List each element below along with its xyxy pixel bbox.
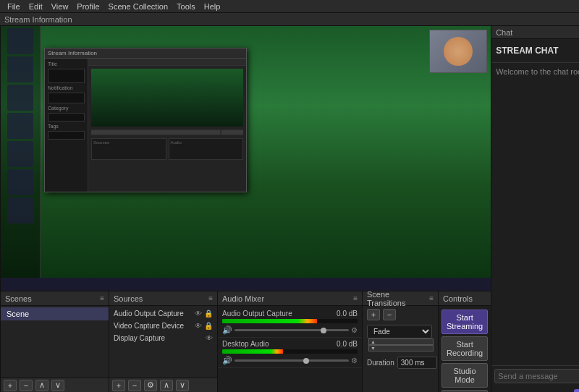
source-item-display[interactable]: Display Capture 👁 [109,332,217,344]
mixer-collapse-icon[interactable]: ≡ [353,294,358,302]
mixer-ch1-settings-icon[interactable]: ⚙ [351,326,358,334]
menu-file[interactable]: File [3,0,25,13]
preview-screen: Stream Information Title Notification Ca… [1,26,491,291]
mixer-ch1-level [222,319,358,323]
controls-content: Start Streaming Start Recording Studio M… [439,306,491,392]
mixer-ch1-header: Audio Output Capture 0.0 dB [222,310,358,318]
sources-panel-header: Sources ≡ [109,291,217,306]
mixer-ch1-slider[interactable] [234,329,349,331]
mixer-ch1-label: Audio Output Capture [222,310,292,318]
source-video-icons: 👁 🔒 [195,322,213,330]
scenes-add-button[interactable]: + [4,380,17,391]
scenes-remove-button[interactable]: − [20,380,33,391]
sources-add-button[interactable]: + [112,380,125,391]
menu-tools[interactable]: Tools [172,0,200,13]
sources-list: Audio Output Capture 👁 🔒 Video Capture D… [109,306,217,378]
source-eye-icon[interactable]: 👁 [195,310,202,318]
chat-input-row: ➤ [494,369,579,383]
start-recording-button[interactable]: Start Recording [441,336,488,361]
mixer-ch1-controls: 🔊 ⚙ [222,325,358,335]
preview-desktop: Stream Information Title Notification Ca… [1,26,491,291]
chat-input-area: ➤ [491,365,579,386]
menu-help[interactable]: Help [200,0,225,13]
scenes-down-button[interactable]: ∨ [51,380,64,391]
transition-remove-button[interactable]: − [383,309,396,320]
scenes-up-button[interactable]: ∧ [35,380,48,391]
chat-welcome-message: Welcome to the chat room! [496,67,579,76]
preview-desktop-icon-1 [7,28,33,54]
transition-add-button[interactable]: + [367,309,380,320]
mixer-panel-header: Audio Mixer ≡ [218,291,362,306]
mixer-ch1-db: 0.0 dB [337,310,358,318]
preview-taskbar [1,278,491,291]
source-audio-label: Audio Output Capture [114,310,184,318]
transition-spin-down[interactable]: ▼ [368,345,434,351]
chat-send-button[interactable]: Chat [574,389,579,392]
transitions-header: Scene Transitions ≡ [363,291,438,306]
source-item-video[interactable]: Video Capture Device 👁 🔒 [109,320,217,332]
source-video-label: Video Capture Device [114,322,184,330]
scenes-list: Scene [1,306,109,378]
mixer-ch1-fill [222,319,317,323]
mixer-content: Audio Output Capture 0.0 dB 🔊 ⚙ [218,306,362,392]
mixer-ch2-slider[interactable] [234,359,349,362]
center-area: Stream Information Title Notification Ca… [1,26,491,392]
bottom-panels: Scenes ≡ Scene + − ∧ ∨ Sources ≡ [1,291,491,392]
scene-item[interactable]: Scene [1,307,109,320]
mixer-ch2-thumb [303,358,309,364]
source-audio-icons: 👁 🔒 [195,310,213,318]
transitions-collapse-icon[interactable]: ≡ [429,294,434,302]
menu-profile[interactable]: Profile [72,0,103,13]
sources-collapse-icon[interactable]: ≡ [208,294,213,302]
chat-message-input[interactable] [498,372,579,380]
scenes-title: Scenes [5,294,32,303]
transitions-title: Scene Transitions [367,290,429,307]
mixer-ch2-db: 0.0 dB [337,340,358,348]
sources-up-button[interactable]: ∧ [160,380,173,391]
mixer-title: Audio Mixer [222,294,264,303]
sources-title: Sources [114,294,143,303]
menu-view[interactable]: View [47,0,73,13]
stream-info-titlebar: Stream Information [0,13,579,26]
menu-edit[interactable]: Edit [25,0,47,13]
mixer-ch2-level [222,349,358,354]
scenes-collapse-icon[interactable]: ≡ [100,294,104,302]
preview-desktop-icon-3 [7,85,33,111]
transition-duration-row: Duration ▲ ▼ [363,354,438,370]
studio-mode-button[interactable]: Studio Mode [441,363,488,388]
start-streaming-button[interactable]: Start Streaming [441,310,488,334]
source-display-icons: 👁 [206,334,213,342]
source-eye-icon-3[interactable]: 👁 [206,334,213,342]
transition-spin-up[interactable]: ▲ [368,338,434,345]
preview-desktop-icon-7 [7,197,33,223]
mixer-ch1-mute-icon[interactable]: 🔊 [222,325,232,335]
duration-input[interactable] [397,357,437,369]
mixer-ch2-mute-icon[interactable]: 🔊 [222,356,232,365]
source-eye-icon-2[interactable]: 👁 [195,322,202,330]
mixer-ch1-thumb [321,328,326,333]
controls-panel: Controls Start Streaming Start Recording… [439,291,491,392]
mixer-ch2-label: Desktop Audio [222,340,269,348]
mixer-ch2-settings-icon[interactable]: ⚙ [351,357,358,365]
mixer-ch2-controls: 🔊 ⚙ [222,356,358,365]
preview-area: Stream Information Title Notification Ca… [1,26,491,291]
preview-obs-titlebar: Stream Information [45,48,246,59]
chat-panel: Chat × STREAM CHAT 👤 Welcome to the chat… [491,26,579,392]
transitions-panel: Scene Transitions ≡ + − Fade ▲ ▼ [363,291,439,392]
preview-left-panel [1,26,41,278]
mixer-channel-2: Desktop Audio 0.0 dB 🔊 ⚙ [218,338,362,368]
chat-titlebar: Chat × [491,26,579,39]
sources-down-button[interactable]: ∨ [176,380,189,391]
menu-scene-collection[interactable]: Scene Collection [104,0,173,13]
transition-type-spin: ▲ ▼ [368,338,434,351]
preview-desktop-icon-2 [7,56,33,82]
transition-type-select[interactable]: Fade [367,325,432,338]
sources-remove-button[interactable]: − [128,380,141,391]
mixer-panel: Audio Mixer ≡ Audio Output Capture 0.0 d… [218,291,363,392]
source-lock-icon-2[interactable]: 🔒 [204,322,213,330]
preview-obs-window: Stream Information Title Notification Ca… [44,48,247,192]
sources-settings-button[interactable]: ⚙ [144,380,157,391]
preview-desktop-icon-4 [7,113,33,139]
source-item-audio[interactable]: Audio Output Capture 👁 🔒 [109,307,217,320]
source-lock-icon[interactable]: 🔒 [204,310,213,318]
